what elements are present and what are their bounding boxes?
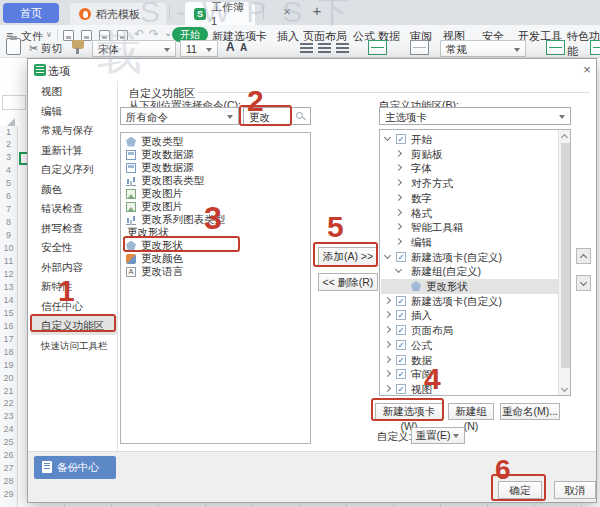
row-header[interactable]: 21 <box>0 386 17 396</box>
checkbox-checked-icon[interactable] <box>396 134 406 144</box>
row-header[interactable]: 26 <box>0 450 17 460</box>
tree-row[interactable]: 新建组(自定义) <box>381 264 558 279</box>
scissors-icon[interactable]: ✂ <box>29 42 38 55</box>
tree-row[interactable]: 公式 <box>381 338 558 353</box>
tree-expander-icon[interactable] <box>395 179 402 186</box>
row-header[interactable]: 8 <box>0 217 17 227</box>
tree-row[interactable]: 字体 <box>381 161 558 176</box>
tree-expander-icon[interactable] <box>395 238 402 245</box>
workbook-tab[interactable]: 工作簿1 <box>185 2 255 25</box>
tree-row[interactable]: 新建选项卡(自定义) <box>381 250 558 265</box>
checkbox-checked-icon[interactable] <box>396 296 406 306</box>
command-row[interactable]: 更改图表类型 <box>122 174 309 187</box>
close-tab-icon[interactable]: × <box>279 4 295 19</box>
checkbox-checked-icon[interactable] <box>396 340 406 350</box>
sidebar-item-3[interactable]: 常规与保存 <box>31 121 117 140</box>
tree-row[interactable]: 审阅 <box>381 367 558 382</box>
conditional-format-icon[interactable] <box>546 40 565 55</box>
sidebar-item-1[interactable]: 视图 <box>31 82 117 101</box>
align-left-icon[interactable] <box>300 43 313 53</box>
font-grow-icon[interactable]: A <box>226 40 235 54</box>
tree-row[interactable]: 开始 <box>381 132 558 147</box>
file-menu-caret-icon[interactable]: ∨ <box>46 30 52 39</box>
row-header[interactable]: 17 <box>0 334 17 344</box>
sidebar-item-10[interactable]: 外部内容 <box>31 258 117 277</box>
row-header[interactable]: 15 <box>0 308 17 318</box>
menu-item-3[interactable]: 页面布局 <box>303 29 347 44</box>
rename-button[interactable]: 重命名(M)... <box>500 403 560 420</box>
tree-row[interactable]: 对齐方式 <box>381 176 558 191</box>
tree-expander-icon[interactable] <box>384 355 391 362</box>
row-header[interactable]: 16 <box>0 321 17 331</box>
command-row[interactable]: 更改图片 <box>122 200 309 213</box>
sidebar-item-9[interactable]: 安全性 <box>31 238 117 257</box>
command-row[interactable]: 更改类型 <box>122 135 309 148</box>
row-header[interactable]: 1 <box>0 127 17 137</box>
tree-expander-icon[interactable] <box>384 341 391 348</box>
row-header[interactable]: 4 <box>0 165 17 175</box>
undo-icon[interactable]: ↶ <box>134 27 144 41</box>
row-header[interactable]: 14 <box>0 295 17 305</box>
tree-expander-icon[interactable] <box>384 385 391 392</box>
align-center-icon[interactable] <box>318 43 331 53</box>
row-header[interactable]: 23 <box>0 411 17 421</box>
command-row[interactable]: 更改系列图表类型 <box>122 213 309 226</box>
docer-template-tab[interactable]: 稻壳模板 <box>70 3 166 25</box>
command-row[interactable]: 更改语言 <box>122 265 309 278</box>
checkbox-checked-icon[interactable] <box>396 355 406 365</box>
row-header[interactable]: 5 <box>0 178 17 188</box>
sidebar-item-14[interactable]: 快速访问工具栏 <box>31 336 117 355</box>
tree-expander-icon[interactable] <box>384 134 391 141</box>
sidebar-item-13[interactable]: 自定义功能区 <box>31 316 117 335</box>
new-tab-button[interactable]: 新建选项卡(W) <box>375 403 443 420</box>
tree-expander-icon[interactable] <box>384 326 391 333</box>
row-header[interactable]: 7 <box>0 204 17 214</box>
name-box[interactable] <box>2 95 26 110</box>
format-painter-icon[interactable] <box>72 40 84 49</box>
cut-button[interactable]: 剪切 <box>41 42 62 56</box>
tree-row[interactable]: 格式 <box>381 206 558 221</box>
table-style-icon[interactable] <box>590 40 600 55</box>
align-right-icon[interactable] <box>336 43 349 53</box>
row-header[interactable]: 25 <box>0 437 17 447</box>
wrap-text-icon[interactable] <box>410 40 429 55</box>
scroll-down-icon[interactable] <box>561 385 568 392</box>
font-name-select[interactable]: 宋体 <box>92 40 176 57</box>
tree-expander-icon[interactable] <box>384 311 391 318</box>
reset-button[interactable]: 重置(E) <box>411 427 465 444</box>
command-row[interactable]: 更改图片 <box>122 187 309 200</box>
paste-icon[interactable] <box>6 38 21 55</box>
row-header[interactable]: 28 <box>0 476 17 486</box>
sidebar-item-11[interactable]: 新特性 <box>31 277 117 296</box>
sidebar-item-12[interactable]: 信任中心 <box>31 297 117 316</box>
sidebar-item-5[interactable]: 自定义序列 <box>31 160 117 179</box>
sidebar-item-6[interactable]: 颜色 <box>31 180 117 199</box>
merge-cells-icon[interactable] <box>368 40 387 55</box>
font-shrink-icon[interactable]: A <box>240 42 247 53</box>
tree-expander-icon[interactable] <box>395 223 402 230</box>
sidebar-item-8[interactable]: 拼写检查 <box>31 219 117 238</box>
command-row[interactable]: 更改数据源 <box>122 161 309 174</box>
tree-expander-icon[interactable] <box>395 194 402 201</box>
ok-button[interactable]: 确定 <box>498 481 542 499</box>
command-row[interactable]: 更改数据源 <box>122 148 309 161</box>
menu-item-2[interactable]: 插入 <box>277 29 299 44</box>
select-all-corner[interactable] <box>7 118 15 126</box>
move-up-button[interactable] <box>576 248 591 264</box>
ribbon-scope-dropdown[interactable]: 主选项卡 <box>379 107 571 125</box>
sidebar-item-4[interactable]: 重新计算 <box>31 141 117 160</box>
scroll-up-icon[interactable] <box>561 134 568 141</box>
row-header[interactable]: 3 <box>0 152 17 162</box>
row-header[interactable]: 9 <box>0 230 17 240</box>
number-format-select[interactable]: 常规 <box>440 40 526 57</box>
row-header[interactable]: 22 <box>0 398 17 408</box>
scrollbar-thumb[interactable] <box>561 143 570 368</box>
tree-expander-icon[interactable] <box>395 266 402 273</box>
command-row[interactable]: 更改颜色 <box>122 252 309 265</box>
command-row[interactable]: 更改形状 <box>122 239 309 252</box>
row-header[interactable]: 20 <box>0 373 17 383</box>
row-header[interactable]: 18 <box>0 347 17 357</box>
tree-row[interactable]: 数字 <box>381 191 558 206</box>
dialog-close-icon[interactable]: × <box>579 62 595 78</box>
row-header[interactable]: 24 <box>0 424 17 434</box>
